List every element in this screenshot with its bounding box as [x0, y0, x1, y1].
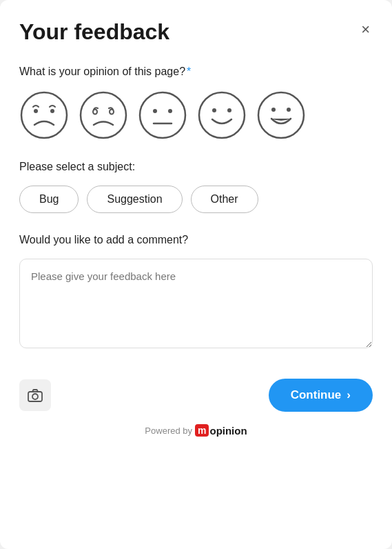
svg-rect-16	[28, 392, 42, 401]
emoji-very-dissatisfied[interactable]	[19, 90, 69, 140]
emoji-satisfied[interactable]	[197, 90, 247, 140]
camera-button[interactable]	[19, 379, 51, 411]
subject-label: Please select a subject:	[19, 161, 373, 173]
svg-point-3	[81, 92, 126, 138]
svg-point-2	[50, 109, 54, 113]
continue-button[interactable]: Continue ›	[269, 379, 373, 412]
comment-label: Would you like to add a comment?	[19, 234, 373, 246]
svg-point-6	[140, 92, 185, 138]
subject-section: Please select a subject: Bug Suggestion …	[19, 161, 373, 213]
subject-other[interactable]: Other	[191, 186, 258, 213]
footer-area: Continue › Powered by m opinion	[19, 372, 373, 437]
modal-header: Your feedback ×	[19, 19, 373, 45]
emoji-dissatisfied[interactable]	[79, 90, 128, 140]
subject-suggestion[interactable]: Suggestion	[87, 186, 182, 213]
subject-options: Bug Suggestion Other	[19, 186, 373, 213]
svg-point-13	[258, 92, 304, 138]
comment-textarea[interactable]	[19, 259, 373, 348]
svg-point-11	[212, 108, 216, 112]
opinion-section: What is your opinion of this page?*	[19, 66, 373, 140]
chevron-right-icon: ›	[347, 388, 351, 402]
camera-icon	[27, 387, 43, 403]
emoji-very-satisfied[interactable]	[256, 90, 306, 140]
svg-point-5	[110, 110, 114, 114]
svg-point-0	[21, 92, 67, 138]
close-button[interactable]: ×	[358, 19, 373, 40]
emoji-row	[19, 90, 373, 140]
mopinion-logo: m opinion	[195, 424, 247, 437]
powered-by: Powered by m opinion	[19, 424, 373, 437]
page-title: Your feedback	[19, 19, 169, 45]
svg-point-7	[153, 109, 157, 113]
svg-point-10	[199, 92, 245, 138]
svg-point-14	[271, 108, 276, 112]
svg-point-8	[168, 109, 172, 113]
emoji-neutral[interactable]	[138, 90, 187, 140]
opinion-label: What is your opinion of this page?*	[19, 66, 373, 78]
subject-bug[interactable]: Bug	[19, 186, 79, 213]
svg-point-17	[32, 394, 38, 399]
svg-point-1	[34, 109, 38, 113]
comment-section: Would you like to add a comment?	[19, 234, 373, 351]
bottom-bar: Continue ›	[19, 372, 373, 412]
svg-point-12	[227, 108, 231, 112]
feedback-modal: Your feedback × What is your opinion of …	[0, 0, 392, 549]
svg-point-4	[93, 110, 97, 114]
mopinion-m-letter: m	[195, 424, 209, 437]
svg-point-15	[287, 108, 291, 112]
required-star: *	[187, 66, 191, 77]
mopinion-brand-name: opinion	[209, 425, 247, 437]
